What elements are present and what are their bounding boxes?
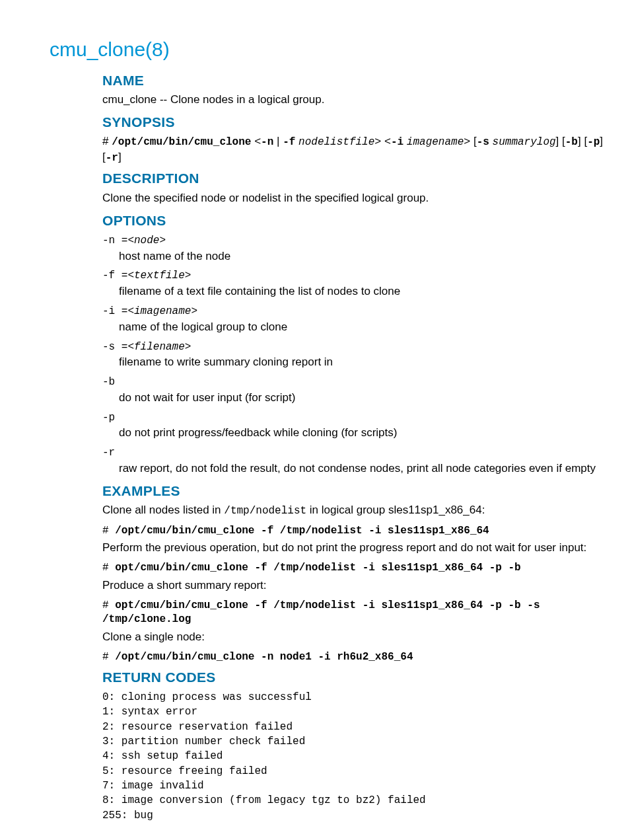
example3-prefix: # bbox=[102, 599, 115, 611]
synopsis-imagename: imagename bbox=[407, 136, 464, 148]
section-heading-examples: EXAMPLES bbox=[102, 482, 607, 500]
option-item: -pdo not print progress/feedback while c… bbox=[102, 411, 607, 441]
synopsis-s: -s bbox=[477, 136, 489, 148]
option-flag-text: -p bbox=[102, 412, 115, 424]
synopsis-nodelistfile: nodelistfile bbox=[298, 136, 374, 148]
option-item: -bdo not wait for user input (for script… bbox=[102, 375, 607, 406]
section-heading-description: DESCRIPTION bbox=[102, 169, 607, 188]
example1-intro-code: /tmp/nodelist bbox=[224, 505, 306, 517]
example1-cmd: # /opt/cmu/bin/cmu_clone -f /tmp/nodelis… bbox=[102, 524, 607, 539]
synopsis-rb1: ] [ bbox=[556, 135, 565, 147]
synopsis-f: -f bbox=[283, 136, 295, 148]
option-item: -n =<node>host name of the node bbox=[102, 234, 607, 264]
section-heading-name: NAME bbox=[102, 71, 607, 90]
synopsis-b: -b bbox=[565, 136, 578, 148]
option-item: -f =<textfile>filename of a text file co… bbox=[102, 269, 607, 299]
synopsis-lt1: < bbox=[251, 135, 261, 147]
option-description: filename of a text file containing the l… bbox=[119, 284, 607, 299]
option-flag-text: -s = bbox=[102, 341, 127, 353]
example1-prefix: # bbox=[102, 525, 115, 537]
options-list: -n =<node>host name of the node-f =<text… bbox=[102, 234, 607, 477]
synopsis-n: -n bbox=[261, 136, 273, 148]
option-flag-text: -b bbox=[102, 376, 115, 388]
example3-cmd-text: opt/cmu/bin/cmu_clone -f /tmp/nodelist -… bbox=[102, 599, 540, 626]
return-codes-list: 0: cloning process was successful 1: syn… bbox=[102, 690, 607, 823]
synopsis-prefix: # bbox=[102, 135, 112, 147]
synopsis-gt1: > < bbox=[374, 135, 391, 147]
section-heading-synopsis: SYNOPSIS bbox=[102, 113, 607, 132]
name-text: cmu_clone -- Clone nodes in a logical gr… bbox=[102, 93, 607, 108]
option-arg: <filename> bbox=[127, 341, 191, 353]
option-flag: -f =<textfile> bbox=[102, 269, 607, 284]
example1-intro-a: Clone all nodes listed in bbox=[102, 504, 224, 516]
option-flag: -s =<filename> bbox=[102, 340, 607, 355]
example1-intro-b: in logical group sles11sp1_x86_64: bbox=[306, 504, 485, 516]
option-item: -i =<imagename>name of the logical group… bbox=[102, 305, 607, 335]
option-description: host name of the node bbox=[119, 249, 607, 264]
example4-intro: Clone a single node: bbox=[102, 630, 607, 645]
synopsis-line: # /opt/cmu/bin/cmu_clone <-n | -f nodeli… bbox=[102, 134, 607, 165]
synopsis-summarylog: summarylog bbox=[493, 136, 556, 148]
section-heading-options: OPTIONS bbox=[102, 211, 607, 230]
example1-cmd-text: /opt/cmu/bin/cmu_clone -f /tmp/nodelist … bbox=[115, 525, 489, 537]
example2-prefix: # bbox=[102, 562, 115, 574]
synopsis-rb4: ] bbox=[118, 151, 122, 163]
example3-intro: Produce a short summary report: bbox=[102, 578, 607, 593]
example4-cmd: # /opt/cmu/bin/cmu_clone -n node1 -i rh6… bbox=[102, 650, 607, 665]
section-heading-return-codes: RETURN CODES bbox=[102, 668, 607, 687]
option-description: name of the logical group to clone bbox=[119, 320, 607, 335]
example2-cmd: # opt/cmu/bin/cmu_clone -f /tmp/nodelist… bbox=[102, 561, 607, 576]
description-text: Clone the specified node or nodelist in … bbox=[102, 191, 607, 206]
option-flag: -i =<imagename> bbox=[102, 305, 607, 319]
synopsis-r: -r bbox=[106, 152, 118, 164]
option-description: raw report, do not fold the result, do n… bbox=[119, 461, 607, 477]
synopsis-cmd: /opt/cmu/bin/cmu_clone bbox=[112, 136, 251, 148]
example1-intro: Clone all nodes listed in /tmp/nodelist … bbox=[102, 503, 607, 519]
option-description: do not print progress/feedback while clo… bbox=[119, 426, 607, 441]
option-flag: -b bbox=[102, 375, 607, 390]
option-description: filename to write summary cloning report… bbox=[119, 355, 607, 370]
example2-intro: Perform the previous operation, but do n… bbox=[102, 541, 607, 556]
option-arg: <textfile> bbox=[127, 270, 191, 282]
example4-prefix: # bbox=[102, 651, 115, 663]
option-flag-text: -n = bbox=[102, 235, 127, 247]
example2-cmd-text: opt/cmu/bin/cmu_clone -f /tmp/nodelist -… bbox=[115, 562, 521, 574]
option-arg: <imagename> bbox=[127, 305, 197, 317]
synopsis-p: -p bbox=[587, 136, 600, 148]
option-arg: <node> bbox=[127, 235, 166, 247]
example4-cmd-text: /opt/cmu/bin/cmu_clone -n node1 -i rh6u2… bbox=[115, 651, 413, 663]
synopsis-gt2: > [ bbox=[464, 135, 476, 147]
synopsis-pipe: | bbox=[273, 135, 283, 147]
option-item: -s =<filename>filename to write summary … bbox=[102, 340, 607, 371]
option-flag: -p bbox=[102, 411, 607, 426]
page-title: cmu_clone(8) bbox=[50, 36, 607, 63]
option-description: do not wait for user input (for script) bbox=[119, 391, 607, 406]
synopsis-rb2: ] [ bbox=[578, 135, 587, 147]
option-flag-text: -f = bbox=[102, 270, 127, 282]
synopsis-i: -i bbox=[391, 136, 403, 148]
option-flag-text: -i = bbox=[102, 305, 127, 317]
option-flag: -n =<node> bbox=[102, 234, 607, 248]
manpage-content: NAME cmu_clone -- Clone nodes in a logic… bbox=[102, 71, 607, 823]
option-item: -rraw report, do not fold the result, do… bbox=[102, 446, 607, 477]
option-flag: -r bbox=[102, 446, 607, 461]
option-flag-text: -r bbox=[102, 447, 115, 459]
example3-cmd: # opt/cmu/bin/cmu_clone -f /tmp/nodelist… bbox=[102, 599, 607, 627]
